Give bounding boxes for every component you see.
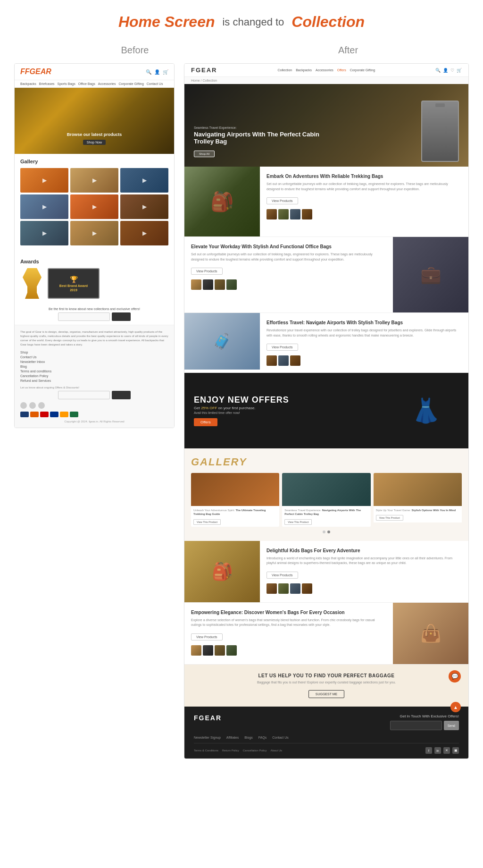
after-cart-icon[interactable]: 🛒 [457,68,462,73]
gallery-thumb-7[interactable] [20,221,68,245]
trolley-image: 🧳 [184,313,260,370]
office-view-btn[interactable]: View Products [191,268,223,275]
trolley-thumbs [266,355,462,366]
footer-facebook-icon[interactable]: f [425,747,432,754]
after-wishlist-icon[interactable]: ♡ [450,68,454,73]
before-shop-btn[interactable]: Shop Now [83,140,106,145]
after-footer-right: Get In Touch With Exclusive Offers! Send [390,714,459,730]
gallery-thumb-5[interactable] [70,194,118,219]
trolley-view-btn[interactable]: View Products [266,344,298,351]
dot-1[interactable] [323,531,325,533]
womens-section: Empowering Elegance: Discover Women's Ba… [184,603,468,665]
womens-view-btn[interactable]: View Products [191,633,223,640]
gallery-thumb-2[interactable] [70,168,118,193]
linkedin-icon[interactable] [38,402,45,409]
newsletter-submit-btn[interactable] [112,312,131,321]
footer-email-input[interactable] [390,721,442,730]
chat-bubble-icon: 💬 [449,670,461,683]
kids-thumb-1[interactable] [266,583,277,594]
twitter-icon[interactable] [29,402,36,409]
gallery-card-img-3 [374,473,462,506]
footer-send-btn[interactable]: Send [444,721,459,730]
kids-info: Delightful Kids Bags For Every Adventure… [260,541,468,602]
after-footer-bottom: Terms & Conditions Return Policy Cancell… [194,743,459,754]
office-info: Elevate Your Workday With Stylish And Fu… [184,237,393,312]
after-label: After [258,45,438,56]
cart-icon[interactable]: 🛒 [163,69,168,75]
office-thumb-4[interactable] [226,279,237,290]
after-footer-links: Newsletter Signup Affiliates Blogs FAQs … [194,736,459,739]
gallery-thumb-3[interactable] [120,168,168,193]
gallery-thumb-4[interactable] [20,194,68,219]
trekking-view-btn[interactable]: View Products [266,197,298,204]
find-baggage-section: 💬 Let Us Help You To Find Your Perfect B… [184,665,468,707]
gallery-card-btn-1[interactable]: View This Product [193,519,221,525]
awards-row: 🏆 Best Brand Award 2019 [20,268,168,299]
before-gallery-grid [20,168,168,245]
after-search-icon[interactable]: 🔍 [435,68,441,73]
gallery-thumb-1[interactable] [20,168,68,193]
gallery-card-btn-3[interactable]: View This Product [376,515,403,521]
trekking-thumb-3[interactable] [290,209,300,219]
kids-desc: Introducing a world of enchanting kids b… [266,556,462,566]
gallery-thumb-6[interactable] [120,194,168,219]
gallery-card-btn-2[interactable]: View This Product [284,519,312,525]
footer-instagram-icon[interactable]: ▣ [452,747,459,754]
offer-btn[interactable]: Offers [194,418,217,426]
womens-thumb-3[interactable] [215,645,225,656]
footer-submit-btn[interactable] [112,391,131,399]
payment-visa [20,412,29,417]
footer-email-row: Send [390,721,459,730]
dot-2[interactable] [327,531,330,533]
kids-thumb-3[interactable] [290,583,300,594]
kids-thumb-2[interactable] [278,583,289,594]
trekking-image: 🎒 [184,167,260,236]
trolley-info: Effortless Travel: Navigate Airports Wit… [260,313,468,372]
trekking-thumbs [266,209,462,219]
office-thumb-2[interactable] [203,279,213,290]
trekking-thumb-1[interactable] [266,209,277,219]
breadcrumb: Home / Collection [184,77,468,84]
kids-view-btn[interactable]: View Products [266,572,298,579]
womens-top: Empowering Elegance: Discover Women's Ba… [184,603,468,664]
womens-thumb-4[interactable] [226,645,237,656]
footer-linkedin-icon[interactable]: in [434,747,441,754]
footer-email-input[interactable] [58,391,110,399]
trolley-thumb-3[interactable] [290,355,300,366]
office-thumb-1[interactable] [191,279,201,290]
after-shop-all-btn[interactable]: Shop All [194,151,215,157]
footer-x-icon[interactable]: ✕ [443,747,450,754]
suggest-btn[interactable]: Suggest Me [308,690,345,698]
newsletter-email-input[interactable] [58,312,110,321]
gallery-thumb-9[interactable] [120,221,168,245]
offer-subtitle: Get 25% OFF on your first purchase. [194,406,289,410]
facebook-icon[interactable] [20,402,27,409]
kids-thumb-4[interactable] [302,583,312,594]
before-newsletter: Be the first to know about new collectio… [15,303,174,325]
office-thumb-3[interactable] [215,279,225,290]
after-gallery-grid: Unleash Your Adventurous Spirit: The Ult… [191,473,462,527]
kids-section: 🎒 Delightful Kids Bags For Every Adventu… [184,541,468,603]
womens-thumb-2[interactable] [203,645,213,656]
after-nav-icons: 🔍 👤 ♡ 🛒 [435,68,462,73]
before-awards: Awards 🏆 Best Brand Award 2019 [15,254,174,303]
trekking-thumb-2[interactable] [278,209,289,219]
gallery-card-text-1: Unleash Your Adventurous Spirit: The Ult… [193,508,277,516]
before-social-icons [20,402,168,409]
user-icon[interactable]: 👤 [154,69,160,75]
before-footer-links: Shop Contact Us Newsletter Inbox Blog Te… [20,351,168,382]
after-logo: FGEAR [191,67,217,74]
trekking-section: 🎒 Embark On Adventures With Reliable Tre… [184,167,468,237]
trekking-info: Embark On Adventures With Reliable Trekk… [260,167,468,236]
trolley-thumb-1[interactable] [266,355,277,366]
gallery-thumb-8[interactable] [70,221,118,245]
womens-thumb-1[interactable] [191,645,201,656]
after-hero-content: Seamless Travel Experience: Navigating A… [194,126,340,157]
trekking-thumb-4[interactable] [302,209,312,219]
gallery-card-info-1: Unleash Your Adventurous Spirit: The Ult… [191,506,279,527]
offer-banner: ENJOY NEW OFFERS Get 25% OFF on your fir… [184,373,468,448]
search-icon[interactable]: 🔍 [146,69,151,75]
after-user-icon[interactable]: 👤 [443,68,448,73]
trolley-thumb-2[interactable] [278,355,289,366]
before-after-labels: Before After [0,40,483,63]
